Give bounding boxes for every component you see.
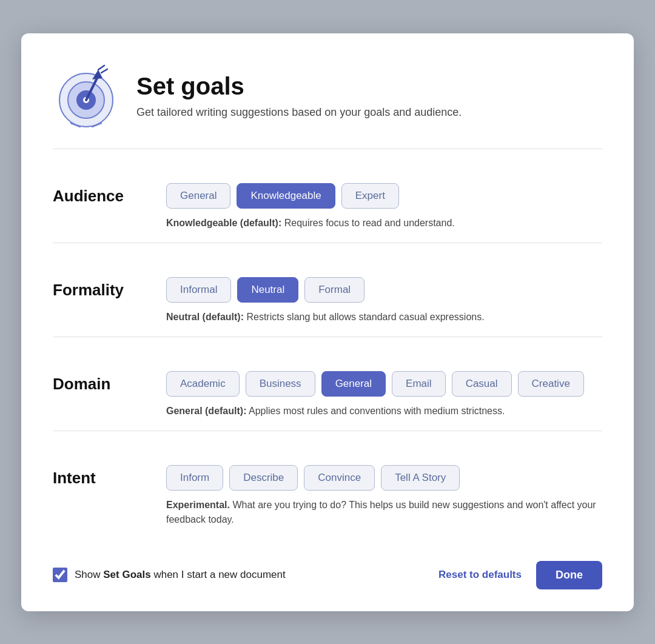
intent-section: Intent Inform Describe Convince Tell A S… xyxy=(53,448,602,539)
formality-label: Formality xyxy=(53,277,147,300)
reset-defaults-button[interactable]: Reset to defaults xyxy=(438,569,522,581)
audience-label: Audience xyxy=(53,183,147,206)
domain-label: Domain xyxy=(53,371,147,394)
modal-footer: Show Set Goals when I start a new docume… xyxy=(53,544,602,589)
intent-content: Inform Describe Convince Tell A Story Ex… xyxy=(166,465,602,532)
intent-label: Intent xyxy=(53,465,147,488)
intent-btn-group: Inform Describe Convince Tell A Story xyxy=(166,465,602,491)
audience-content: General Knowledgeable Expert Knowledgeab… xyxy=(166,183,602,235)
intent-btn-describe[interactable]: Describe xyxy=(229,465,298,491)
domain-divider xyxy=(53,431,602,431)
audience-btn-expert[interactable]: Expert xyxy=(341,183,399,209)
formality-divider xyxy=(53,337,602,337)
domain-btn-casual[interactable]: Casual xyxy=(452,371,512,397)
intent-description: Experimental. What are you trying to do?… xyxy=(166,498,602,532)
modal-title: Set goals xyxy=(136,73,462,100)
svg-line-6 xyxy=(98,65,104,70)
header-divider xyxy=(53,149,602,149)
formality-section: Formality Informal Neutral Formal Neutra… xyxy=(53,260,602,337)
checkbox-text: Show Set Goals when I start a new docume… xyxy=(75,569,286,581)
domain-btn-business[interactable]: Business xyxy=(246,371,315,397)
footer-actions: Reset to defaults Done xyxy=(438,561,602,589)
svg-line-7 xyxy=(101,69,107,73)
domain-btn-email[interactable]: Email xyxy=(392,371,446,397)
domain-btn-academic[interactable]: Academic xyxy=(166,371,240,397)
show-goals-checkbox-label[interactable]: Show Set Goals when I start a new docume… xyxy=(53,568,286,582)
intent-btn-inform[interactable]: Inform xyxy=(166,465,223,491)
modal-header: Set goals Get tailored writing suggestio… xyxy=(53,62,602,129)
domain-btn-general[interactable]: General xyxy=(321,371,386,397)
audience-description: Knowledgeable (default): Requires focus … xyxy=(166,216,602,235)
audience-btn-general[interactable]: General xyxy=(166,183,230,209)
audience-btn-group: General Knowledgeable Expert xyxy=(166,183,602,209)
header-text: Set goals Get tailored writing suggestio… xyxy=(136,73,462,119)
formality-btn-group: Informal Neutral Formal xyxy=(166,277,602,303)
audience-btn-knowledgeable[interactable]: Knowledgeable xyxy=(237,183,335,209)
domain-description: General (default): Applies most rules an… xyxy=(166,404,602,423)
audience-divider xyxy=(53,243,602,243)
domain-section: Domain Academic Business General Email C… xyxy=(53,354,602,431)
formality-btn-formal[interactable]: Formal xyxy=(304,277,364,303)
intent-btn-convince[interactable]: Convince xyxy=(304,465,375,491)
domain-content: Academic Business General Email Casual C… xyxy=(166,371,602,423)
domain-btn-creative[interactable]: Creative xyxy=(518,371,584,397)
formality-btn-neutral[interactable]: Neutral xyxy=(237,277,298,303)
modal-subtitle: Get tailored writing suggestions based o… xyxy=(136,106,462,119)
target-icon xyxy=(53,62,119,129)
set-goals-modal: Set goals Get tailored writing suggestio… xyxy=(21,33,634,611)
intent-btn-tell-a-story[interactable]: Tell A Story xyxy=(381,465,460,491)
formality-content: Informal Neutral Formal Neutral (default… xyxy=(166,277,602,329)
show-goals-checkbox[interactable] xyxy=(53,568,67,582)
domain-btn-group: Academic Business General Email Casual C… xyxy=(166,371,602,397)
formality-btn-informal[interactable]: Informal xyxy=(166,277,231,303)
formality-description: Neutral (default): Restricts slang but a… xyxy=(166,310,602,329)
done-button[interactable]: Done xyxy=(536,561,602,589)
audience-section: Audience General Knowledgeable Expert Kn… xyxy=(53,166,602,243)
